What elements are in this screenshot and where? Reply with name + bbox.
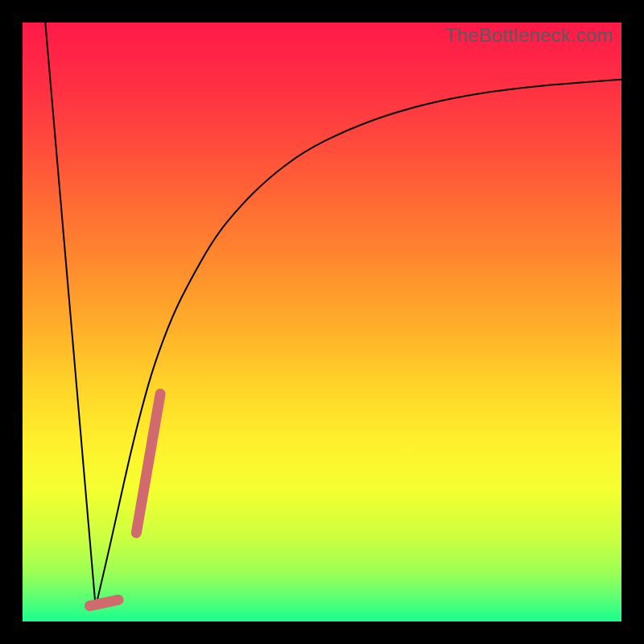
series-right-curve (96, 80, 621, 607)
watermark-text: TheBottleneck.com (445, 24, 613, 47)
chart-curves (23, 23, 621, 621)
series-left-descent (45, 23, 95, 607)
plot-area: TheBottleneck.com (23, 23, 621, 621)
series-pink-stroke-bottom (89, 600, 118, 605)
outer-frame: TheBottleneck.com (0, 0, 644, 644)
